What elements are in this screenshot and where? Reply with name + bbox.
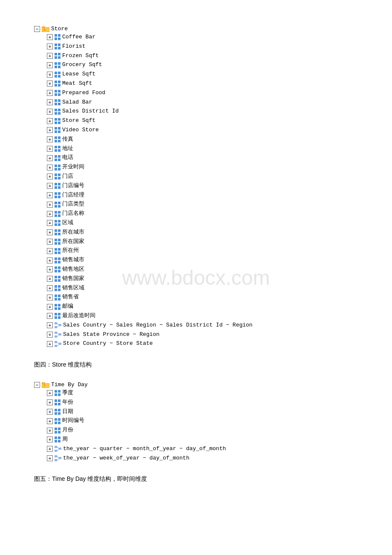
grid-icon bbox=[55, 220, 61, 226]
expand-icon[interactable]: + bbox=[47, 118, 53, 124]
svg-rect-76 bbox=[55, 202, 57, 204]
expand-icon[interactable]: + bbox=[47, 202, 53, 208]
grid-icon bbox=[55, 304, 61, 310]
svg-rect-90 bbox=[55, 233, 57, 235]
svg-rect-111 bbox=[58, 279, 61, 282]
expand-icon[interactable]: + bbox=[47, 43, 53, 49]
expand-icon[interactable]: + bbox=[47, 409, 53, 415]
expand-icon[interactable]: + bbox=[47, 183, 53, 189]
list-item: + 所在国家 bbox=[47, 237, 358, 246]
svg-rect-17 bbox=[58, 62, 61, 65]
expand-icon[interactable]: + bbox=[47, 34, 53, 40]
list-item: + 邮编 bbox=[47, 302, 358, 311]
expand-icon[interactable]: + bbox=[47, 322, 53, 328]
expand-icon[interactable]: + bbox=[47, 455, 53, 461]
list-item: + 门店类型 bbox=[47, 200, 358, 209]
store-expand-icon[interactable]: − bbox=[34, 26, 40, 32]
svg-rect-147 bbox=[55, 390, 57, 393]
list-item: + 所在州 bbox=[47, 246, 358, 255]
svg-line-179 bbox=[57, 457, 59, 458]
list-item: + 销售省 bbox=[47, 293, 358, 302]
store-caption: 图四：Store 维度结构 bbox=[34, 361, 358, 369]
svg-rect-38 bbox=[55, 112, 57, 115]
svg-rect-117 bbox=[58, 295, 61, 297]
expand-icon[interactable]: + bbox=[47, 276, 53, 282]
expand-icon[interactable]: + bbox=[47, 239, 53, 245]
store-section: − S Store + Coffee Bar+ Florist+ bbox=[34, 26, 358, 348]
svg-rect-105 bbox=[58, 266, 61, 269]
expand-icon[interactable]: + bbox=[47, 399, 53, 405]
svg-rect-11 bbox=[58, 47, 61, 49]
item-label: Lease Sqft bbox=[62, 70, 95, 79]
expand-icon[interactable]: + bbox=[47, 127, 53, 133]
svg-rect-46 bbox=[55, 130, 57, 133]
svg-rect-168 bbox=[58, 436, 61, 439]
expand-icon[interactable]: + bbox=[47, 72, 53, 78]
svg-rect-4 bbox=[55, 34, 57, 37]
expand-icon[interactable]: + bbox=[47, 295, 53, 301]
expand-icon[interactable]: + bbox=[47, 285, 53, 291]
item-label: 年份 bbox=[62, 398, 73, 407]
expand-icon[interactable]: + bbox=[47, 428, 53, 434]
expand-icon[interactable]: + bbox=[47, 173, 53, 179]
expand-icon[interactable]: + bbox=[47, 62, 53, 68]
expand-icon[interactable]: + bbox=[47, 220, 53, 226]
item-label: 门店类型 bbox=[62, 200, 84, 209]
expand-icon[interactable]: + bbox=[47, 192, 53, 198]
item-label: 日期 bbox=[62, 408, 73, 416]
svg-rect-110 bbox=[55, 279, 57, 282]
time-folder-icon: T bbox=[42, 382, 49, 388]
list-item: + 电话 bbox=[47, 153, 358, 162]
expand-icon[interactable]: + bbox=[47, 146, 53, 152]
expand-icon[interactable]: + bbox=[47, 304, 53, 310]
expand-icon[interactable]: + bbox=[47, 418, 53, 424]
svg-rect-153 bbox=[55, 403, 57, 405]
list-item: + 日期 bbox=[47, 408, 358, 416]
svg-rect-151 bbox=[55, 399, 57, 402]
grid-icon bbox=[55, 418, 61, 424]
time-root: − T Time By Day bbox=[34, 382, 358, 388]
expand-icon[interactable]: + bbox=[47, 136, 53, 142]
svg-rect-20 bbox=[55, 72, 57, 74]
expand-icon[interactable]: + bbox=[47, 313, 53, 319]
list-item: + Video Store bbox=[47, 126, 358, 135]
grid-icon bbox=[55, 62, 61, 68]
expand-icon[interactable]: + bbox=[47, 155, 53, 161]
expand-icon[interactable]: + bbox=[47, 99, 53, 105]
expand-icon[interactable]: + bbox=[47, 257, 53, 263]
svg-rect-70 bbox=[55, 186, 57, 189]
expand-icon[interactable]: + bbox=[47, 390, 53, 396]
svg-rect-9 bbox=[58, 43, 61, 46]
expand-icon[interactable]: + bbox=[47, 266, 53, 272]
grid-icon bbox=[55, 229, 61, 235]
time-children: + 季度+ 年份+ 日期+ 时间编号+ 月份+ bbox=[47, 389, 358, 462]
item-label: 最后改造时间 bbox=[62, 312, 95, 321]
svg-rect-159 bbox=[55, 418, 57, 421]
expand-icon[interactable]: + bbox=[47, 446, 53, 452]
expand-icon[interactable]: + bbox=[47, 341, 53, 347]
item-label: 所在城市 bbox=[62, 228, 84, 237]
expand-icon[interactable]: + bbox=[47, 211, 53, 217]
time-expand-icon[interactable]: − bbox=[34, 382, 40, 388]
expand-icon[interactable]: + bbox=[47, 109, 53, 115]
svg-rect-10 bbox=[55, 47, 57, 49]
expand-icon[interactable]: + bbox=[47, 165, 53, 171]
svg-rect-106 bbox=[55, 270, 57, 272]
list-item: + Sales State Province − Region bbox=[47, 330, 358, 339]
list-item: + Prepared Food bbox=[47, 89, 358, 98]
svg-rect-155 bbox=[55, 409, 57, 411]
hierarchy-icon bbox=[55, 455, 61, 461]
expand-icon[interactable]: + bbox=[47, 81, 53, 87]
item-label: 门店 bbox=[62, 172, 73, 181]
expand-icon[interactable]: + bbox=[47, 90, 53, 96]
expand-icon[interactable]: + bbox=[47, 229, 53, 235]
item-label: 开业时间 bbox=[62, 163, 84, 172]
expand-icon[interactable]: + bbox=[47, 436, 53, 442]
svg-rect-108 bbox=[55, 276, 57, 278]
expand-icon[interactable]: + bbox=[47, 53, 53, 59]
grid-icon bbox=[55, 90, 61, 96]
svg-rect-74 bbox=[55, 196, 57, 198]
expand-icon[interactable]: + bbox=[47, 248, 53, 254]
svg-rect-177 bbox=[55, 459, 57, 461]
expand-icon[interactable]: + bbox=[47, 332, 53, 338]
